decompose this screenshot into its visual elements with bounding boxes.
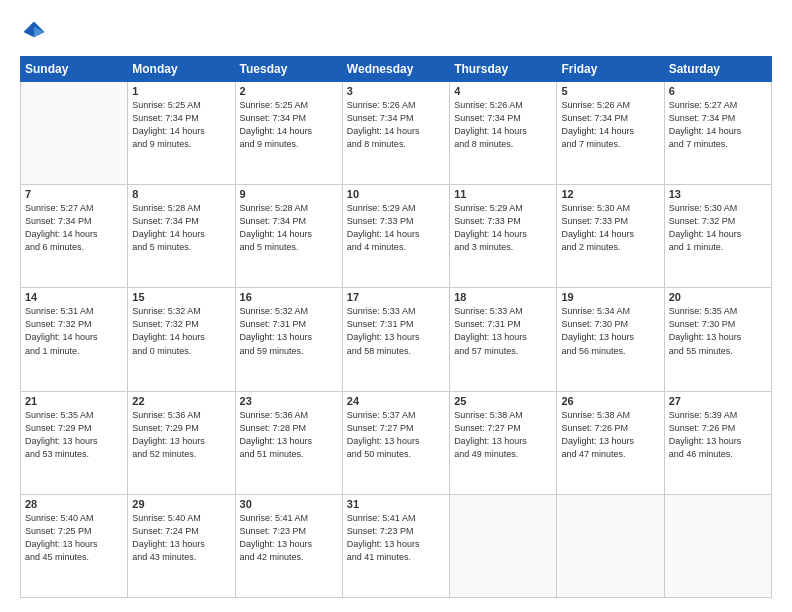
calendar-day-header: Saturday xyxy=(664,57,771,82)
day-number: 27 xyxy=(669,395,767,407)
day-info: Sunrise: 5:28 AM Sunset: 7:34 PM Dayligh… xyxy=(240,202,338,254)
day-info: Sunrise: 5:27 AM Sunset: 7:34 PM Dayligh… xyxy=(25,202,123,254)
day-info: Sunrise: 5:26 AM Sunset: 7:34 PM Dayligh… xyxy=(454,99,552,151)
calendar-week-row: 1Sunrise: 5:25 AM Sunset: 7:34 PM Daylig… xyxy=(21,82,772,185)
day-info: Sunrise: 5:32 AM Sunset: 7:32 PM Dayligh… xyxy=(132,305,230,357)
calendar-day-cell: 16Sunrise: 5:32 AM Sunset: 7:31 PM Dayli… xyxy=(235,288,342,391)
day-number: 31 xyxy=(347,498,445,510)
day-info: Sunrise: 5:26 AM Sunset: 7:34 PM Dayligh… xyxy=(561,99,659,151)
day-info: Sunrise: 5:29 AM Sunset: 7:33 PM Dayligh… xyxy=(347,202,445,254)
calendar-day-cell: 28Sunrise: 5:40 AM Sunset: 7:25 PM Dayli… xyxy=(21,494,128,597)
day-info: Sunrise: 5:30 AM Sunset: 7:32 PM Dayligh… xyxy=(669,202,767,254)
day-number: 18 xyxy=(454,291,552,303)
day-info: Sunrise: 5:33 AM Sunset: 7:31 PM Dayligh… xyxy=(347,305,445,357)
calendar-week-row: 21Sunrise: 5:35 AM Sunset: 7:29 PM Dayli… xyxy=(21,391,772,494)
day-info: Sunrise: 5:33 AM Sunset: 7:31 PM Dayligh… xyxy=(454,305,552,357)
calendar-day-cell: 23Sunrise: 5:36 AM Sunset: 7:28 PM Dayli… xyxy=(235,391,342,494)
calendar-day-cell: 21Sunrise: 5:35 AM Sunset: 7:29 PM Dayli… xyxy=(21,391,128,494)
calendar-day-cell: 2Sunrise: 5:25 AM Sunset: 7:34 PM Daylig… xyxy=(235,82,342,185)
calendar-day-cell: 27Sunrise: 5:39 AM Sunset: 7:26 PM Dayli… xyxy=(664,391,771,494)
calendar-day-cell: 12Sunrise: 5:30 AM Sunset: 7:33 PM Dayli… xyxy=(557,185,664,288)
day-info: Sunrise: 5:35 AM Sunset: 7:30 PM Dayligh… xyxy=(669,305,767,357)
calendar-day-cell: 29Sunrise: 5:40 AM Sunset: 7:24 PM Dayli… xyxy=(128,494,235,597)
day-info: Sunrise: 5:29 AM Sunset: 7:33 PM Dayligh… xyxy=(454,202,552,254)
day-info: Sunrise: 5:34 AM Sunset: 7:30 PM Dayligh… xyxy=(561,305,659,357)
day-info: Sunrise: 5:25 AM Sunset: 7:34 PM Dayligh… xyxy=(240,99,338,151)
calendar-day-cell: 13Sunrise: 5:30 AM Sunset: 7:32 PM Dayli… xyxy=(664,185,771,288)
calendar-day-cell: 26Sunrise: 5:38 AM Sunset: 7:26 PM Dayli… xyxy=(557,391,664,494)
day-info: Sunrise: 5:40 AM Sunset: 7:24 PM Dayligh… xyxy=(132,512,230,564)
calendar-week-row: 28Sunrise: 5:40 AM Sunset: 7:25 PM Dayli… xyxy=(21,494,772,597)
logo xyxy=(20,18,52,46)
day-info: Sunrise: 5:28 AM Sunset: 7:34 PM Dayligh… xyxy=(132,202,230,254)
day-number: 9 xyxy=(240,188,338,200)
calendar-day-header: Wednesday xyxy=(342,57,449,82)
calendar-day-cell: 31Sunrise: 5:41 AM Sunset: 7:23 PM Dayli… xyxy=(342,494,449,597)
day-number: 13 xyxy=(669,188,767,200)
day-info: Sunrise: 5:40 AM Sunset: 7:25 PM Dayligh… xyxy=(25,512,123,564)
calendar-day-cell: 18Sunrise: 5:33 AM Sunset: 7:31 PM Dayli… xyxy=(450,288,557,391)
day-number: 26 xyxy=(561,395,659,407)
calendar-day-cell: 22Sunrise: 5:36 AM Sunset: 7:29 PM Dayli… xyxy=(128,391,235,494)
day-number: 22 xyxy=(132,395,230,407)
calendar-day-header: Thursday xyxy=(450,57,557,82)
calendar-day-cell: 8Sunrise: 5:28 AM Sunset: 7:34 PM Daylig… xyxy=(128,185,235,288)
day-number: 14 xyxy=(25,291,123,303)
day-number: 2 xyxy=(240,85,338,97)
day-number: 21 xyxy=(25,395,123,407)
calendar-day-cell: 15Sunrise: 5:32 AM Sunset: 7:32 PM Dayli… xyxy=(128,288,235,391)
calendar-header-row: SundayMondayTuesdayWednesdayThursdayFrid… xyxy=(21,57,772,82)
day-info: Sunrise: 5:39 AM Sunset: 7:26 PM Dayligh… xyxy=(669,409,767,461)
calendar-day-cell: 17Sunrise: 5:33 AM Sunset: 7:31 PM Dayli… xyxy=(342,288,449,391)
calendar-week-row: 7Sunrise: 5:27 AM Sunset: 7:34 PM Daylig… xyxy=(21,185,772,288)
day-info: Sunrise: 5:37 AM Sunset: 7:27 PM Dayligh… xyxy=(347,409,445,461)
day-number: 15 xyxy=(132,291,230,303)
day-number: 7 xyxy=(25,188,123,200)
day-info: Sunrise: 5:27 AM Sunset: 7:34 PM Dayligh… xyxy=(669,99,767,151)
calendar-day-cell: 20Sunrise: 5:35 AM Sunset: 7:30 PM Dayli… xyxy=(664,288,771,391)
calendar-table: SundayMondayTuesdayWednesdayThursdayFrid… xyxy=(20,56,772,598)
day-number: 1 xyxy=(132,85,230,97)
calendar-day-cell xyxy=(21,82,128,185)
calendar-day-cell: 3Sunrise: 5:26 AM Sunset: 7:34 PM Daylig… xyxy=(342,82,449,185)
calendar-day-cell: 9Sunrise: 5:28 AM Sunset: 7:34 PM Daylig… xyxy=(235,185,342,288)
page: SundayMondayTuesdayWednesdayThursdayFrid… xyxy=(0,0,792,612)
day-number: 3 xyxy=(347,85,445,97)
day-number: 17 xyxy=(347,291,445,303)
day-info: Sunrise: 5:25 AM Sunset: 7:34 PM Dayligh… xyxy=(132,99,230,151)
calendar-day-header: Tuesday xyxy=(235,57,342,82)
day-info: Sunrise: 5:41 AM Sunset: 7:23 PM Dayligh… xyxy=(240,512,338,564)
calendar-day-cell: 30Sunrise: 5:41 AM Sunset: 7:23 PM Dayli… xyxy=(235,494,342,597)
day-info: Sunrise: 5:26 AM Sunset: 7:34 PM Dayligh… xyxy=(347,99,445,151)
day-info: Sunrise: 5:35 AM Sunset: 7:29 PM Dayligh… xyxy=(25,409,123,461)
day-info: Sunrise: 5:38 AM Sunset: 7:26 PM Dayligh… xyxy=(561,409,659,461)
day-number: 24 xyxy=(347,395,445,407)
calendar-day-cell: 19Sunrise: 5:34 AM Sunset: 7:30 PM Dayli… xyxy=(557,288,664,391)
calendar-day-cell: 11Sunrise: 5:29 AM Sunset: 7:33 PM Dayli… xyxy=(450,185,557,288)
day-info: Sunrise: 5:30 AM Sunset: 7:33 PM Dayligh… xyxy=(561,202,659,254)
day-info: Sunrise: 5:38 AM Sunset: 7:27 PM Dayligh… xyxy=(454,409,552,461)
calendar-day-cell: 24Sunrise: 5:37 AM Sunset: 7:27 PM Dayli… xyxy=(342,391,449,494)
day-number: 28 xyxy=(25,498,123,510)
day-info: Sunrise: 5:31 AM Sunset: 7:32 PM Dayligh… xyxy=(25,305,123,357)
day-number: 11 xyxy=(454,188,552,200)
day-info: Sunrise: 5:41 AM Sunset: 7:23 PM Dayligh… xyxy=(347,512,445,564)
calendar-day-cell: 7Sunrise: 5:27 AM Sunset: 7:34 PM Daylig… xyxy=(21,185,128,288)
calendar-day-cell: 10Sunrise: 5:29 AM Sunset: 7:33 PM Dayli… xyxy=(342,185,449,288)
calendar-day-header: Monday xyxy=(128,57,235,82)
calendar-day-cell: 4Sunrise: 5:26 AM Sunset: 7:34 PM Daylig… xyxy=(450,82,557,185)
day-number: 25 xyxy=(454,395,552,407)
calendar-day-cell xyxy=(557,494,664,597)
day-number: 6 xyxy=(669,85,767,97)
day-number: 19 xyxy=(561,291,659,303)
calendar-day-cell: 14Sunrise: 5:31 AM Sunset: 7:32 PM Dayli… xyxy=(21,288,128,391)
day-number: 30 xyxy=(240,498,338,510)
day-number: 29 xyxy=(132,498,230,510)
day-number: 8 xyxy=(132,188,230,200)
calendar-day-cell: 5Sunrise: 5:26 AM Sunset: 7:34 PM Daylig… xyxy=(557,82,664,185)
logo-icon xyxy=(20,18,48,46)
calendar-day-header: Friday xyxy=(557,57,664,82)
day-number: 20 xyxy=(669,291,767,303)
calendar-day-header: Sunday xyxy=(21,57,128,82)
calendar-day-cell xyxy=(664,494,771,597)
